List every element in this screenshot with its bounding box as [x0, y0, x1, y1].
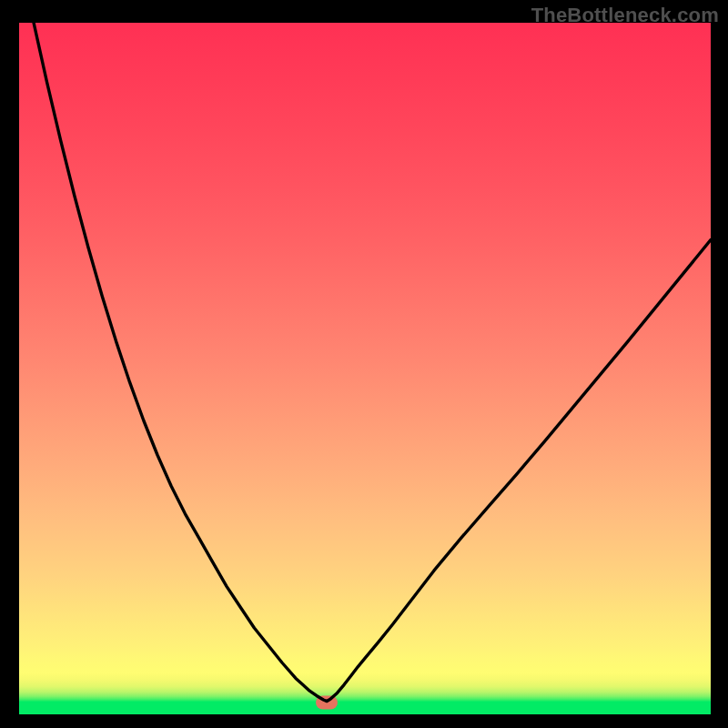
- curve-path: [19, 23, 711, 702]
- bottleneck-curve: [19, 23, 711, 714]
- chart-stage: TheBottleneck.com: [0, 0, 728, 728]
- plot-area: [19, 23, 711, 714]
- attribution-label: TheBottleneck.com: [531, 4, 719, 27]
